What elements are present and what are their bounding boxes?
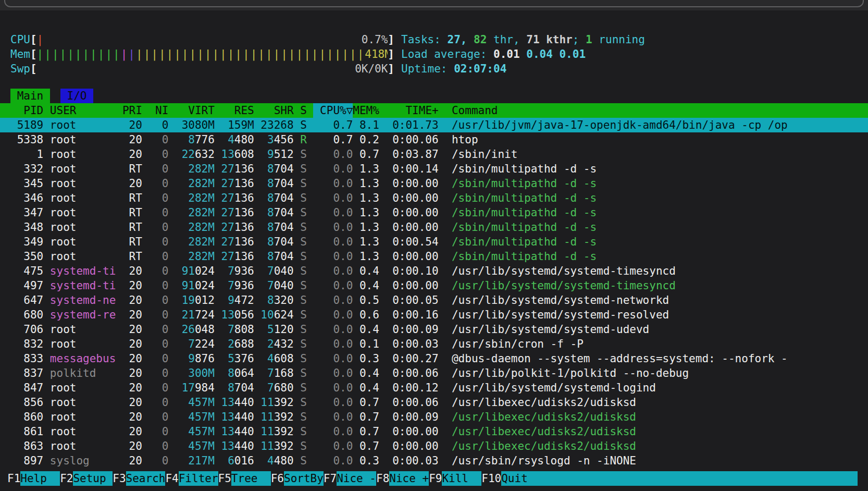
- command-cell: @dbus-daemon --system --address=systemd:…: [452, 351, 868, 366]
- cpu-cell: 0.0: [313, 308, 353, 322]
- col-pri[interactable]: PRI: [122, 103, 142, 118]
- command-cell: /usr/libexec/udisks2/udisksd: [452, 424, 868, 439]
- gap: [307, 235, 314, 249]
- gap: [294, 176, 301, 191]
- tab-io[interactable]: I/O: [60, 89, 93, 103]
- col-mem[interactable]: MEM%: [353, 103, 379, 118]
- cpu-cell: 0.0: [313, 205, 353, 220]
- process-row[interactable]: 706 root 20 0 26048 7808 5120 S 0.00.40:…: [0, 322, 868, 337]
- process-row[interactable]: 863 root 20 0 457M 13440 11392 S 0.00.70…: [0, 439, 868, 453]
- virt-cell: 282M: [175, 235, 215, 249]
- gap: [142, 351, 149, 366]
- process-row[interactable]: 861 root 20 0 457M 13440 11392 S 0.00.70…: [0, 424, 868, 439]
- process-row[interactable]: 847 root 20 0 17984 8704 7680 S 0.00.40:…: [0, 380, 868, 395]
- fn-label-f4[interactable]: Filter: [179, 471, 218, 486]
- load-15min: 0.01: [559, 48, 586, 60]
- gap: [142, 191, 149, 205]
- gap: [43, 337, 50, 351]
- process-row[interactable]: 856 root 20 0 457M 13440 11392 S 0.00.70…: [0, 395, 868, 410]
- tasks-thr-label: thr,: [487, 33, 526, 46]
- ni-cell: 0: [148, 337, 168, 351]
- cpu-cell: 0.0: [313, 293, 353, 308]
- process-row[interactable]: 348 root RT 0 282M 27136 8704 S 0.01.30:…: [0, 220, 868, 235]
- process-row[interactable]: 349 root RT 0 282M 27136 8704 S 0.01.30:…: [0, 235, 868, 249]
- gap: [215, 162, 221, 176]
- gap: [168, 118, 175, 132]
- mem-cell: 0.4: [353, 366, 379, 380]
- pid-cell: 497: [10, 278, 43, 293]
- col-time[interactable]: TIME+: [379, 103, 439, 118]
- process-row[interactable]: 832 root 20 0 7224 2688 2432 S 0.00.10:0…: [0, 337, 868, 351]
- process-row[interactable]: 350 root RT 0 282M 27136 8704 S 0.01.30:…: [0, 249, 868, 264]
- process-row[interactable]: 1 root 20 0 22632 13608 9512 S 0.00.70:0…: [0, 147, 868, 162]
- col-virt[interactable]: VIRT: [175, 103, 215, 118]
- mem-line: Mem[ |||||||||||||||||||||||||||||||||||…: [10, 47, 868, 62]
- mem-meter-value: 418M/1.92G: [365, 47, 388, 62]
- col-ni[interactable]: NI: [148, 103, 168, 118]
- fn-key-f7[interactable]: F7: [324, 471, 337, 486]
- fn-label-f8[interactable]: Nice +: [389, 471, 429, 486]
- process-row[interactable]: 475 systemd-ti 20 0 91024 7936 7040 S 0.…: [0, 264, 868, 278]
- mem-cell: 0.3: [353, 351, 379, 366]
- command-cell: /sbin/multipathd -d -s: [452, 220, 868, 235]
- col-cpu-sort[interactable]: CPU%▽: [313, 103, 353, 118]
- fn-key-f8[interactable]: F8: [376, 471, 389, 486]
- gap: [43, 293, 50, 308]
- virt-cell: 282M: [175, 162, 215, 176]
- process-row[interactable]: 680 systemd-re 20 0 21724 13056 10624 S …: [0, 308, 868, 322]
- load-1min: 0.01: [493, 48, 520, 60]
- fn-label-f2[interactable]: Setup: [73, 471, 113, 486]
- shr-cell: 4480: [261, 453, 293, 468]
- col-user[interactable]: USER: [50, 103, 116, 118]
- process-row[interactable]: 647 systemd-ne 20 0 19012 9472 8320 S 0.…: [0, 293, 868, 308]
- col-res[interactable]: RES: [221, 103, 254, 118]
- tab-main[interactable]: Main: [10, 89, 50, 103]
- fn-label-f9[interactable]: Kill: [442, 471, 481, 486]
- fn-label-f10[interactable]: Quit: [501, 471, 858, 486]
- process-list: 5189 root 20 0 3080M 159M 23268 S 0.78.1…: [10, 118, 868, 468]
- fn-key-f4[interactable]: F4: [165, 471, 178, 486]
- process-row[interactable]: 497 systemd-ti 20 0 91024 7936 7040 S 0.…: [0, 278, 868, 293]
- gap: [168, 249, 175, 264]
- mem-bracket-open: [: [30, 47, 37, 62]
- process-row[interactable]: 5338 root 20 0 8776 4480 3456 R 0.70.20:…: [0, 132, 868, 147]
- fn-key-f9[interactable]: F9: [429, 471, 442, 486]
- time-cell: 0:00.00: [379, 191, 439, 205]
- cpu-cell: 0.7: [313, 118, 353, 132]
- col-pid[interactable]: PID: [10, 103, 43, 118]
- gap: [43, 278, 50, 293]
- user-cell: systemd-ti: [50, 278, 116, 293]
- process-row[interactable]: 5189 root 20 0 3080M 159M 23268 S 0.78.1…: [0, 118, 868, 132]
- fn-key-f10[interactable]: F10: [481, 471, 501, 486]
- process-row[interactable]: 897 syslog 20 0 217M 6016 4480 S 0.00.30…: [0, 453, 868, 468]
- gap: [43, 147, 50, 162]
- gap: [142, 308, 149, 322]
- fn-key-f3[interactable]: F3: [113, 471, 126, 486]
- gap: [142, 264, 149, 278]
- fn-label-f5[interactable]: Tree: [231, 471, 271, 486]
- process-row[interactable]: 860 root 20 0 457M 13440 11392 S 0.00.70…: [0, 410, 868, 424]
- process-row[interactable]: 332 root RT 0 282M 27136 8704 S 0.01.30:…: [0, 162, 868, 176]
- col-command[interactable]: Command: [452, 103, 868, 118]
- gap: [215, 191, 221, 205]
- fn-label-f3[interactable]: Search: [126, 471, 166, 486]
- user-cell: root: [50, 220, 116, 235]
- process-row[interactable]: 347 root RT 0 282M 27136 8704 S 0.01.30:…: [0, 205, 868, 220]
- fn-label-f7[interactable]: Nice -: [337, 471, 376, 486]
- process-row[interactable]: 346 root RT 0 282M 27136 8704 S 0.01.30:…: [0, 191, 868, 205]
- tasks-info: Tasks: 27, 82 thr, 71 kthr; 1 running: [401, 32, 645, 47]
- fn-label-f1[interactable]: Help: [20, 471, 60, 486]
- col-state[interactable]: S: [300, 103, 307, 118]
- process-row[interactable]: 837 polkitd 20 0 300M 8064 7168 S 0.00.4…: [0, 366, 868, 380]
- fn-key-f6[interactable]: F6: [271, 471, 284, 486]
- fn-label-f6[interactable]: SortBy: [284, 471, 324, 486]
- gap: [142, 132, 149, 147]
- process-row[interactable]: 833 messagebus 20 0 9876 5376 4608 S 0.0…: [0, 351, 868, 366]
- col-shr[interactable]: SHR: [261, 103, 293, 118]
- gap: [215, 380, 221, 395]
- process-row[interactable]: 345 root 20 0 282M 27136 8704 S 0.01.30:…: [0, 176, 868, 191]
- fn-key-f5[interactable]: F5: [218, 471, 231, 486]
- fn-key-f1[interactable]: F1: [7, 471, 20, 486]
- fn-key-f2[interactable]: F2: [60, 471, 73, 486]
- gap: [43, 380, 50, 395]
